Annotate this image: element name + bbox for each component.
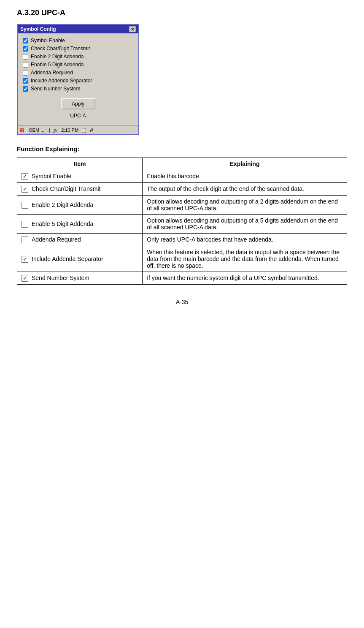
dialog-checkbox-label: Include Addenda Separator — [31, 78, 92, 84]
dialog-screenshot: Symbol Config ✕ Symbol EnableCheck Char/… — [17, 24, 347, 135]
page-title: A.3.20 UPC-A — [17, 8, 347, 17]
dialog-checkbox[interactable] — [23, 46, 28, 52]
dialog-checkbox-row: Addenda Required — [23, 70, 133, 76]
table-checkbox-icon — [22, 237, 28, 243]
table-row: Send Number SystemIf you want the numeri… — [17, 272, 347, 285]
col-header-explaining: Explaining — [143, 158, 347, 170]
table-row: Enable 5 Digit AddendaOption allows deco… — [17, 215, 347, 234]
taskbar-sep: | — [49, 128, 50, 133]
dialog-checkbox-label: Addenda Required — [31, 70, 73, 76]
dialog-body: Symbol EnableCheck Char/Digit TransmitEn… — [18, 33, 138, 125]
table-body: Symbol EnableEnable this barcodeCheck Ch… — [17, 170, 347, 285]
table-cell-item: Check Char/Digit Transmit — [17, 183, 143, 196]
dialog-checkbox-row: Symbol Enable — [23, 38, 133, 43]
table-checkbox-icon — [22, 221, 28, 228]
table-item-label: Symbol Enable — [32, 173, 71, 179]
dialog-checkbox-label: Send Number System — [31, 86, 80, 92]
dialog-checkbox-row: Include Addenda Separator — [23, 78, 133, 84]
dialog-footer-label: UPC-A — [23, 113, 133, 119]
item-check-container: Check Char/Digit Transmit — [22, 185, 138, 193]
table-checkbox-icon — [22, 173, 28, 180]
table-row: Addenda RequiredOnly reads UPC-A barcode… — [17, 234, 347, 246]
dialog-checkbox-row: Check Char/Digit Transmit — [23, 46, 133, 52]
dialog-titlebar: Symbol Config ✕ — [18, 25, 138, 33]
table-cell-item: Addenda Required — [17, 234, 143, 246]
table-item-label: Enable 2 Digit Addenda — [32, 201, 93, 208]
table-row: Enable 2 Digit AddendaOption allows deco… — [17, 196, 347, 215]
table-cell-item: Include Addenda Separator — [17, 246, 143, 272]
table-item-label: Enable 5 Digit Addenda — [32, 220, 93, 227]
taskbar-icons: 🔊 — [53, 128, 59, 133]
item-check-container: Symbol Enable — [22, 173, 138, 180]
dialog-checkbox-label: Check Char/Digit Transmit — [31, 46, 90, 52]
table-cell-explaining: If you want the numeric system digit of … — [143, 272, 347, 285]
table-row: Check Char/Digit TransmitThe output of t… — [17, 183, 347, 196]
table-cell-item: Enable 5 Digit Addenda — [17, 215, 143, 234]
dialog-checkbox[interactable] — [23, 70, 28, 76]
dialog-apply-area: Apply — [23, 98, 133, 109]
table-cell-explaining: Option allows decoding and outputting of… — [143, 215, 347, 234]
table-cell-explaining: Only reads UPC-A barcodes that have adde… — [143, 234, 347, 246]
table-checkbox-icon — [22, 202, 28, 209]
table-cell-explaining: When this feature is selected, the data … — [143, 246, 347, 272]
dialog-checkbox[interactable] — [23, 54, 28, 60]
dialog-checkbox[interactable] — [23, 38, 28, 43]
dialog-checkbox-label: Enable 2 Digit Addenda — [31, 54, 84, 60]
dialog-checkboxes: Symbol EnableCheck Char/Digit TransmitEn… — [23, 38, 133, 92]
table-cell-explaining: Enable this barcode — [143, 170, 347, 183]
table-checkbox-icon — [22, 186, 28, 193]
taskbar-extra-icon2: 🖨 — [89, 128, 94, 133]
table-cell-explaining: Option allows decoding and outputting of… — [143, 196, 347, 215]
table-item-label: Include Addenda Separator — [32, 256, 103, 262]
dialog-checkbox[interactable] — [23, 86, 28, 92]
table-cell-item: Symbol Enable — [17, 170, 143, 183]
table-item-label: Send Number System — [32, 275, 89, 281]
page-footer: A-35 — [17, 295, 347, 305]
taskbar-time: 2:10 PM — [61, 128, 78, 133]
item-check-container: Addenda Required — [22, 236, 138, 243]
oem-button[interactable]: OEM ... — [27, 127, 46, 133]
table-checkbox-icon — [22, 275, 28, 282]
dialog-checkbox-label: Symbol Enable — [31, 38, 65, 43]
dialog-title: Symbol Config — [20, 26, 56, 32]
table-cell-item: Enable 2 Digit Addenda — [17, 196, 143, 215]
table-row: Symbol EnableEnable this barcode — [17, 170, 347, 183]
table-item-label: Check Char/Digit Transmit — [32, 185, 100, 192]
item-check-container: Enable 2 Digit Addenda — [22, 201, 138, 209]
explain-table: Item Explaining Symbol EnableEnable this… — [17, 158, 347, 285]
table-row: Include Addenda SeparatorWhen this featu… — [17, 246, 347, 272]
dialog-checkbox[interactable] — [23, 62, 28, 68]
dialog-checkbox-row: Enable 2 Digit Addenda — [23, 54, 133, 60]
function-heading: Function Explaining: — [17, 145, 347, 152]
windows-flag-icon: ⊞ — [19, 127, 24, 133]
dialog-checkbox-row: Enable 5 Digit Addenda — [23, 62, 133, 68]
dialog-taskbar: ⊞ OEM ... | 🔊 2:10 PM 📋 🖨 — [18, 125, 138, 134]
item-check-container: Include Addenda Separator — [22, 256, 138, 263]
table-item-label: Addenda Required — [32, 236, 81, 243]
table-cell-explaining: The output of the check digit at the end… — [143, 183, 347, 196]
page-number: A-35 — [176, 299, 189, 305]
apply-button[interactable]: Apply — [61, 98, 95, 109]
dialog-checkbox[interactable] — [23, 78, 28, 84]
col-header-item: Item — [17, 158, 143, 170]
item-check-container: Send Number System — [22, 275, 138, 282]
dialog-close-button[interactable]: ✕ — [129, 26, 136, 32]
dialog-box: Symbol Config ✕ Symbol EnableCheck Char/… — [17, 24, 139, 135]
dialog-checkbox-row: Send Number System — [23, 86, 133, 92]
item-check-container: Enable 5 Digit Addenda — [22, 220, 138, 228]
table-checkbox-icon — [22, 256, 28, 263]
table-cell-item: Send Number System — [17, 272, 143, 285]
taskbar-extra-icon: 📋 — [81, 128, 87, 133]
dialog-checkbox-label: Enable 5 Digit Addenda — [31, 62, 84, 68]
